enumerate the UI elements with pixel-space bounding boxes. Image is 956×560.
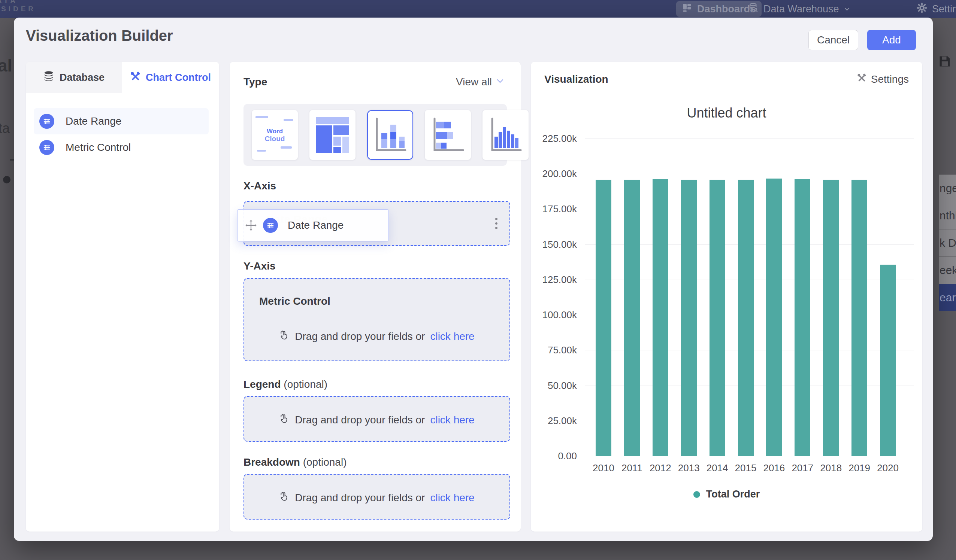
breakdown-section-label: Breakdown (optional) (244, 456, 346, 468)
x-axis-tick: 2010 (588, 462, 618, 474)
background-bullet-fragment (3, 176, 11, 184)
gridline (585, 138, 914, 139)
drop-hint-text: Drag and drop your fields or (295, 331, 425, 342)
x-axis-tick: 2016 (759, 462, 789, 474)
legend-section-label: Legend (optional) (244, 378, 327, 391)
nav-item-settings[interactable]: Settings (916, 0, 956, 18)
background-text-fragment: ta (0, 121, 10, 136)
gear-icon (916, 2, 928, 16)
tools-icon (130, 71, 140, 84)
nav-item-label: Settings (932, 3, 956, 15)
tap-hand-icon (279, 413, 289, 427)
drop-hint-text: Drag and drop your fields or (295, 414, 425, 426)
field-item-date-range[interactable]: Date Range (34, 108, 209, 134)
x-axis-label: X-Axis (244, 180, 276, 192)
x-axis-tick: 2017 (788, 462, 818, 474)
y-axis-tick: 225.00k (538, 133, 577, 144)
chart-type-word-cloud[interactable]: Word Cloud (252, 110, 298, 160)
bar-2015 (738, 180, 754, 456)
visualization-header: Visualization (544, 74, 609, 85)
bar-2019 (851, 180, 867, 456)
chevron-down-icon (495, 76, 505, 88)
field-item-label: Date Range (66, 115, 121, 127)
view-all-dropdown[interactable]: View all (456, 76, 505, 88)
sliders-icon (39, 140, 54, 155)
y-axis-tick: 200.00k (538, 168, 577, 180)
background-heading-fragment: al (0, 55, 12, 75)
y-axis-label: Y-Axis (244, 260, 276, 272)
warehouse-icon (748, 3, 759, 16)
settings-button[interactable]: Settings (857, 73, 909, 85)
x-axis-tick: 2014 (702, 462, 732, 474)
chart-type-stacked-column[interactable] (367, 110, 413, 160)
tab-chart-control-label: Chart Control (146, 72, 211, 83)
chart-type-horizontal-bar[interactable] (425, 110, 471, 160)
x-axis-tick: 2013 (674, 462, 704, 474)
click-here-link[interactable]: click here (430, 492, 474, 504)
view-all-label: View all (456, 76, 492, 88)
y-axis-tick: 100.00k (538, 309, 577, 321)
field-options-button[interactable] (493, 216, 500, 231)
background-menu-item: eekly (939, 256, 956, 284)
x-axis-tick: 2019 (844, 462, 874, 474)
x-axis-tick: 2015 (731, 462, 761, 474)
tab-database[interactable]: Database (26, 62, 122, 93)
column-icon (489, 116, 523, 154)
click-here-link[interactable]: click here (430, 414, 474, 426)
click-here-link[interactable]: click here (430, 331, 474, 342)
nav-item-data-warehouse[interactable]: Data Warehouse (748, 0, 851, 18)
y-axis-tick: 25.00k (538, 415, 577, 427)
visualization-builder-modal: Visualization Builder Cancel Add Databas… (14, 17, 933, 541)
chip-label: Date Range (288, 220, 344, 231)
chart-builder-panel: Type View all Word Cloud (230, 62, 521, 532)
gridline (585, 456, 914, 456)
background-menu-item: k Date (939, 229, 956, 256)
date-range-chip[interactable]: Date Range (237, 209, 389, 242)
screen: DATA INSIDER DashboardsData WarehouseSet… (0, 0, 956, 560)
bar-2016 (766, 179, 782, 456)
y-axis-tick: 0.00 (538, 450, 577, 462)
bar-2013 (681, 180, 697, 456)
type-label: Type (244, 76, 267, 88)
field-item-metric-control[interactable]: Metric Control (34, 134, 209, 161)
legend-series-label: Total Order (706, 488, 760, 500)
breakdown-dropzone[interactable]: Drag and drop your fields or click here (244, 474, 510, 519)
stacked-column-icon (373, 116, 407, 154)
x-axis-tick: 2012 (645, 462, 675, 474)
x-axis-tick: 2020 (873, 462, 903, 474)
metric-control-label: Metric Control (259, 295, 330, 307)
tab-chart-control[interactable]: Chart Control (122, 62, 219, 93)
chart-type-treemap[interactable] (310, 110, 355, 160)
bar-2020 (880, 265, 896, 456)
chevron-down-icon (844, 3, 851, 15)
add-button[interactable]: Add (867, 30, 916, 50)
settings-label: Settings (871, 74, 909, 85)
legend-marker (693, 491, 700, 498)
bar-2011 (624, 180, 640, 456)
y-axis-tick: 175.00k (538, 203, 577, 215)
chart-legend: Total Order (531, 488, 922, 500)
bar-2014 (709, 180, 725, 456)
bar-2012 (653, 179, 668, 456)
panel-tabs: Database Chart Control (26, 62, 219, 93)
nav-item-label: Dashboards (697, 3, 756, 15)
modal-title: Visualization Builder (26, 27, 173, 44)
tap-hand-icon (279, 330, 289, 343)
move-icon (245, 220, 257, 231)
y-axis-tick: 150.00k (538, 239, 577, 251)
background-menu-item: nthly (939, 202, 956, 229)
y-axis-dropzone[interactable]: Metric Control Drag and drop your fields… (244, 278, 510, 361)
chart-type-strip: Word Cloud (244, 104, 507, 166)
chart-type-column[interactable] (483, 110, 528, 160)
visualization-panel: Visualization Settings Untitled chart 22… (531, 62, 922, 532)
word-cloud-preview: Word Cloud (265, 128, 285, 143)
drop-hint-text: Drag and drop your fields or (295, 492, 425, 504)
save-icon[interactable] (938, 55, 951, 70)
x-axis-dropzone[interactable]: Date Range Date Range (244, 201, 510, 246)
legend-dropzone[interactable]: Drag and drop your fields or click here (244, 396, 510, 442)
background-dropdown-menu: ngenthlyk Dateeeklyear (939, 174, 956, 311)
bar-2010 (596, 180, 612, 456)
bar-2018 (823, 180, 839, 456)
field-item-label: Metric Control (66, 141, 131, 154)
cancel-button[interactable]: Cancel (808, 30, 858, 50)
